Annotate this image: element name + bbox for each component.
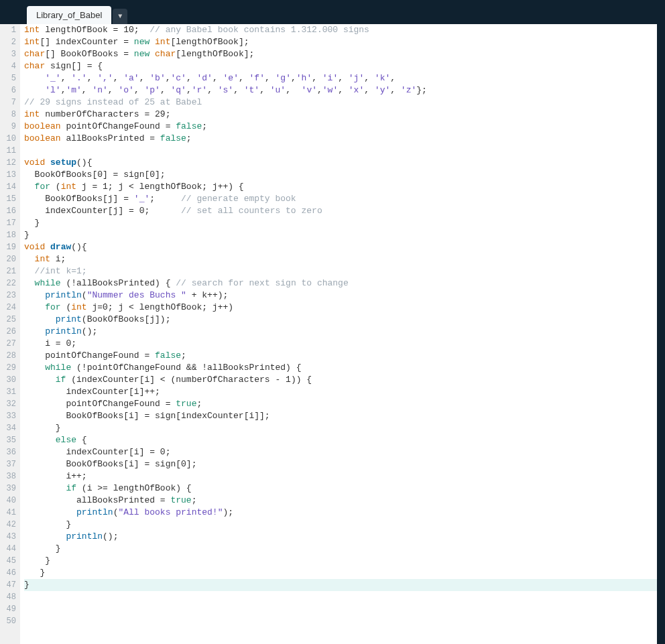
- line-number: 47: [3, 579, 16, 591]
- token-plain: [45, 157, 50, 168]
- code-line[interactable]: char sign[] = {: [24, 60, 657, 72]
- code-line[interactable]: println("Nummer des Buchs " + k++);: [24, 289, 657, 302]
- code-line[interactable]: int lengthOfBook = 10; // any Babel book…: [24, 24, 657, 36]
- code-line[interactable]: allBooksPrinted = true;: [24, 495, 657, 507]
- line-number: 17: [3, 217, 16, 229]
- code-line[interactable]: [24, 615, 657, 627]
- token-plain: }: [24, 580, 29, 590]
- token-plain: [24, 435, 56, 445]
- line-number: 14: [3, 181, 16, 193]
- token-plain: i++;: [24, 471, 87, 481]
- line-number: 8: [3, 109, 16, 121]
- code-line[interactable]: void setup(){: [24, 157, 657, 169]
- line-number: 5: [3, 72, 16, 84]
- code-line[interactable]: boolean pointOfChangeFound = false;: [24, 121, 657, 133]
- token-char: '_': [45, 73, 60, 83]
- token-comment: // search for next sign to change: [176, 278, 348, 288]
- token-plain: ,: [317, 85, 322, 95]
- code-line[interactable]: pointOfChangeFound = false;: [24, 350, 657, 362]
- token-plain: sign[] = {: [45, 61, 103, 71]
- token-plain: };: [416, 85, 427, 95]
- line-number: 48: [3, 591, 16, 603]
- code-line[interactable]: println("All books printed!");: [24, 507, 657, 519]
- token-char: 't': [244, 85, 259, 95]
- code-line[interactable]: }: [24, 519, 657, 531]
- code-line[interactable]: BookOfBooks[0] = sign[0];: [24, 169, 657, 181]
- code-line[interactable]: }: [24, 579, 657, 591]
- token-comment: // generate empty book: [181, 194, 296, 204]
- code-line[interactable]: }: [24, 229, 657, 241]
- code-line[interactable]: int i;: [24, 253, 657, 265]
- code-line[interactable]: // 29 signs instead of 25 at Babel: [24, 96, 657, 109]
- code-line[interactable]: BookOfBooks[j] = '_'; // generate empty …: [24, 193, 657, 205]
- token-plain: [24, 531, 66, 541]
- token-char: 'p': [144, 85, 160, 95]
- token-plain: (BookOfBooks[j]);: [82, 314, 171, 324]
- code-pane[interactable]: int lengthOfBook = 10; // any Babel book…: [20, 24, 657, 644]
- code-line[interactable]: //int k=1;: [24, 265, 657, 277]
- code-line[interactable]: int[] indexCounter = new int[lengthOfBoo…: [24, 36, 657, 48]
- token-char: 'r': [192, 85, 207, 95]
- line-number: 23: [3, 289, 16, 302]
- token-keyword: true: [176, 399, 196, 409]
- token-plain: ,: [265, 73, 276, 83]
- code-line[interactable]: }: [24, 543, 657, 555]
- code-line[interactable]: i = 0;: [24, 338, 657, 350]
- code-line[interactable]: while (!allBooksPrinted) { // search for…: [24, 277, 657, 289]
- tab-dropdown-button[interactable]: ▼: [113, 9, 127, 24]
- line-number: 19: [3, 241, 16, 253]
- code-line[interactable]: if (indexCounter[i] < (numberOfCharacter…: [24, 374, 657, 386]
- token-plain: ,: [390, 73, 396, 83]
- editor-area[interactable]: 1234567891011121314151617181920212223242…: [0, 24, 665, 644]
- token-plain: allBooksPrinted =: [24, 495, 170, 505]
- code-line[interactable]: BookOfBooks[i] = sign[0];: [24, 458, 657, 470]
- code-line[interactable]: }: [24, 555, 657, 567]
- token-builtin: print: [56, 314, 82, 324]
- token-plain: ,: [207, 85, 218, 95]
- token-char: '.': [71, 73, 86, 83]
- code-line[interactable]: int numberOfCharacters = 29;: [24, 109, 657, 121]
- code-line[interactable]: while (!pointOfChangeFound && !allBooksP…: [24, 362, 657, 374]
- code-line[interactable]: println();: [24, 531, 657, 543]
- code-line[interactable]: pointOfChangeFound = true;: [24, 398, 657, 410]
- code-line[interactable]: for (int j=0; j < lengthOfBook; j++): [24, 302, 657, 314]
- code-line[interactable]: indexCounter[j] = 0; // set all counters…: [24, 205, 657, 217]
- line-number: 1: [3, 24, 16, 36]
- code-line[interactable]: }: [24, 217, 657, 229]
- code-line[interactable]: else {: [24, 434, 657, 446]
- code-line[interactable]: indexCounter[i] = 0;: [24, 446, 657, 458]
- code-line[interactable]: 'l','m', 'n', 'o', 'p', 'q','r', 's', 't…: [24, 84, 657, 96]
- code-line[interactable]: }: [24, 422, 657, 434]
- code-line[interactable]: [24, 591, 657, 603]
- code-line[interactable]: '_', '.', ',', 'a', 'b','c', 'd', 'e', '…: [24, 72, 657, 84]
- code-line[interactable]: i++;: [24, 470, 657, 482]
- token-plain: ();: [103, 531, 118, 541]
- code-line[interactable]: [24, 145, 657, 157]
- tab-file[interactable]: Library_of_Babel: [27, 6, 111, 24]
- code-line[interactable]: print(BookOfBooks[j]);: [24, 314, 657, 326]
- token-type: int: [61, 182, 76, 192]
- token-plain: ();: [82, 326, 97, 336]
- token-char: 'f': [249, 73, 265, 83]
- code-line[interactable]: }: [24, 567, 657, 579]
- code-line[interactable]: if (i >= lengthOfBook) {: [24, 482, 657, 495]
- code-line[interactable]: [24, 603, 657, 615]
- line-number: 30: [3, 374, 16, 386]
- token-keyword: for: [45, 302, 60, 312]
- token-plain: [24, 302, 45, 312]
- code-line[interactable]: for (int j = 1; j < lengthOfBook; j++) {: [24, 181, 657, 193]
- token-plain: [] BookOfBooks =: [45, 49, 134, 59]
- line-number: 26: [3, 326, 16, 338]
- code-line[interactable]: println();: [24, 326, 657, 338]
- code-line[interactable]: BookOfBooks[i] = sign[indexCounter[i]];: [24, 410, 657, 422]
- token-char: ',': [97, 73, 113, 83]
- token-plain: pointOfChangeFound =: [24, 399, 176, 409]
- token-keyword: while: [45, 363, 71, 373]
- token-plain: j=0; j < lengthOfBook; j++): [87, 302, 233, 312]
- code-line[interactable]: char[] BookOfBooks = new char[lengthOfBo…: [24, 48, 657, 60]
- token-plain: ,: [338, 73, 349, 83]
- token-plain: ;: [192, 495, 197, 505]
- code-line[interactable]: indexCounter[i]++;: [24, 386, 657, 398]
- code-line[interactable]: boolean allBooksPrinted = false;: [24, 133, 657, 145]
- code-line[interactable]: void draw(){: [24, 241, 657, 253]
